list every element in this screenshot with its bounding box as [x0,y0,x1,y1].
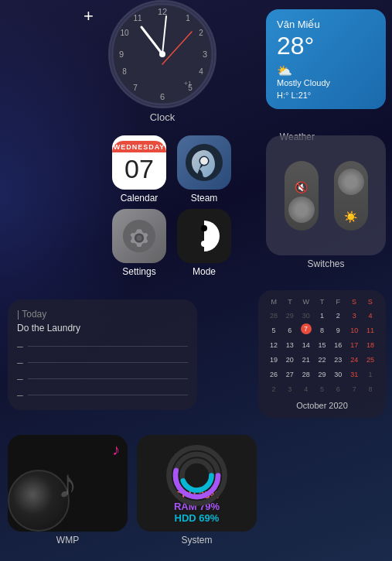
switches-widget: 🔇 ☀️ Switches [266,135,386,255]
hdd-stat: HDD 69% [175,512,220,524]
weather-city: Văn Miếu [277,19,375,30]
steam-app-icon[interactable]: Steam [177,135,231,204]
add-widget-button[interactable]: + [84,6,94,26]
settings-app-label: Settings [122,266,155,277]
cal-cell: 30 [298,309,314,323]
wmp-widget[interactable]: ♪ ♪ [8,435,128,532]
svg-text:12: 12 [158,7,167,16]
weekday-t2: T [314,298,330,306]
cal-cell: 28 [298,368,314,381]
today-widget: | Today Do the Laundry – – – – [8,299,197,410]
weather-description: Mostly Cloudy [277,78,375,87]
weather-icon-row: ⛅ [277,63,375,78]
cal-cell: 5 [266,323,281,337]
weekday-w: W [298,298,314,306]
cal-cell: 1 [363,368,378,381]
cal-cell: 8 [363,382,378,396]
calendar-day-name: WEDNESDAY [112,141,166,152]
settings-icon-box [112,209,166,263]
cal-cell: 15 [315,338,330,352]
cal-cell: 4 [298,382,314,396]
clock-face: 12 3 6 9 1 2 4 5 11 10 8 7 +1 [108,0,216,108]
svg-text:10: 10 [120,29,129,37]
svg-text:3: 3 [203,50,207,59]
cal-cell: 18 [363,338,378,352]
mini-cal-month: October 2020 [266,401,378,410]
music-note-accent: ♪ [112,441,120,459]
system-widget-container[interactable]: CPU 25% RAM 79% HDD 69% System [137,435,257,546]
mode-icon-box [177,209,231,263]
cal-cell: 6 [330,382,346,396]
cal-cell: 23 [330,353,346,367]
weekday-s1: S [346,298,363,306]
weather-high-low: H:° L:21° [277,91,375,100]
clock-widget[interactable]: 12 3 6 9 1 2 4 5 11 10 8 7 +1 [101,0,224,123]
cal-cell: 1 [315,309,330,323]
svg-text:4: 4 [199,67,203,76]
cal-cell: 10 [346,323,362,337]
switch-toggle-1[interactable]: 🔇 [285,161,319,231]
wmp-widget-container[interactable]: ♪ ♪ WMP [8,435,128,546]
cal-cell: 6 [282,323,298,337]
svg-point-19 [200,157,208,165]
svg-point-25 [201,241,207,247]
calendar-app-label: Calendar [121,193,159,204]
steam-logo-svg [185,143,223,182]
weekday-m: M [266,298,282,306]
music-note-icon: ♪ [58,460,78,507]
system-widget[interactable]: CPU 25% RAM 79% HDD 69% [137,435,257,532]
cal-cell: 21 [298,353,314,367]
cal-cell: 29 [282,309,298,323]
svg-text:2: 2 [199,29,203,37]
clock-label: Clock [101,111,224,123]
cal-cell: 2 [330,309,346,323]
today-header: | Today [17,309,188,320]
cal-cell: 4 [363,309,378,323]
cal-cell: 17 [346,338,362,352]
svg-point-17 [159,51,165,57]
cal-cell: 3 [282,382,298,396]
cal-cell: 13 [282,338,298,352]
weekday-f: F [330,298,346,306]
speaker-icon: 🔇 [295,181,308,193]
switch-knob-2 [338,169,364,195]
svg-text:11: 11 [133,14,142,22]
svg-text:1: 1 [186,14,190,22]
svg-text:6: 6 [160,92,165,101]
calendar-app-icon[interactable]: WEDNESDAY 07 Calendar [112,135,166,204]
cal-cell: 30 [330,368,346,381]
svg-text:7: 7 [133,84,138,92]
svg-text:9: 9 [119,50,124,59]
mini-cal-grid: 28 29 30 1 2 3 4 5 6 7 8 9 10 11 12 13 1… [266,309,378,396]
cloud-icon: ⛅ [277,63,292,78]
steam-app-label: Steam [191,193,218,204]
brightness-icon: ☀️ [344,210,357,223]
weather-widget[interactable]: Văn Miếu 28° ⛅ Mostly Cloudy H:° L:21° [266,9,386,109]
main-container: + 12 3 6 9 1 2 4 5 11 10 8 7 +1 [0,0,392,561]
switches-widget-box: 🔇 ☀️ [266,135,386,255]
cal-cell: 31 [346,368,362,381]
mode-app-label: Mode [193,266,216,277]
cal-cell: 3 [346,309,362,323]
cal-cell: 20 [282,353,298,367]
today-lines: – – – – [17,340,188,401]
cal-cell: 26 [266,368,281,381]
mini-calendar-widget: M T W T F S S 28 29 30 1 2 3 4 5 6 7 8 9… [258,290,386,418]
settings-app-icon[interactable]: Settings [112,209,166,277]
weekday-s2: S [362,298,378,306]
mode-app-icon[interactable]: Mode [177,209,231,277]
svg-text:8: 8 [122,67,127,76]
cal-cell: 8 [315,323,330,337]
cal-cell: 7 [346,382,362,396]
cal-cell: 11 [363,323,378,337]
cal-cell: 2 [266,382,281,396]
cal-cell: 12 [266,338,281,352]
settings-gear-svg [122,219,156,253]
cal-cell: 25 [363,353,378,367]
svg-text:+1: +1 [184,80,192,87]
system-label: System [181,535,212,546]
clock-svg: 12 3 6 9 1 2 4 5 11 10 8 7 +1 [111,2,214,106]
cal-cell: 5 [315,382,330,396]
weekday-t1: T [282,298,298,306]
switch-toggle-2[interactable]: ☀️ [334,161,368,231]
